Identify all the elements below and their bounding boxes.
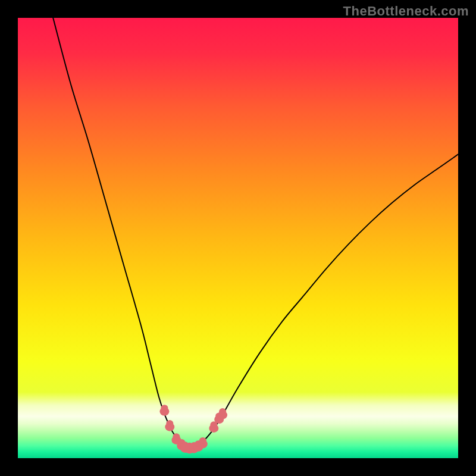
marker-dot	[161, 405, 168, 411]
chart-svg	[18, 18, 458, 458]
gradient-background	[18, 18, 458, 458]
plot-area	[18, 18, 458, 458]
marker-dot	[166, 420, 173, 427]
watermark: TheBottleneck.com	[343, 4, 469, 19]
marker-dot	[219, 408, 226, 415]
marker-dot	[199, 437, 206, 444]
chart-frame: TheBottleneck.com	[0, 0, 476, 476]
marker-dot	[173, 433, 180, 440]
